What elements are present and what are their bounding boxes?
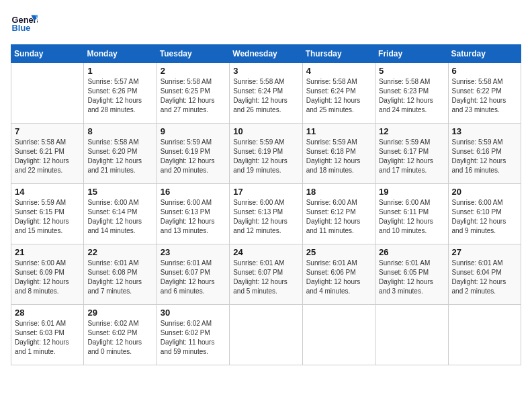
day-number: 27 xyxy=(452,247,517,257)
calendar-cell: 13Sunrise: 5:59 AMSunset: 6:16 PMDayligh… xyxy=(448,124,521,184)
calendar-cell: 16Sunrise: 6:00 AMSunset: 6:13 PMDayligh… xyxy=(157,184,229,244)
header-tuesday: Tuesday xyxy=(157,45,229,63)
calendar-cell: 10Sunrise: 5:59 AMSunset: 6:19 PMDayligh… xyxy=(230,124,302,184)
calendar-cell: 22Sunrise: 6:01 AMSunset: 6:08 PMDayligh… xyxy=(84,244,157,305)
header-sunday: Sunday xyxy=(11,45,84,63)
day-info: Sunrise: 6:01 AMSunset: 6:07 PMDaylight:… xyxy=(161,259,226,296)
day-number: 5 xyxy=(379,66,444,76)
day-info: Sunrise: 5:58 AMSunset: 6:20 PMDaylight:… xyxy=(87,138,152,175)
calendar-cell: 29Sunrise: 6:02 AMSunset: 6:02 PMDayligh… xyxy=(84,305,157,365)
day-number: 2 xyxy=(161,66,226,76)
calendar-header: SundayMondayTuesdayWednesdayThursdayFrid… xyxy=(11,45,521,63)
day-number: 24 xyxy=(233,247,298,257)
day-info: Sunrise: 6:01 AMSunset: 6:04 PMDaylight:… xyxy=(452,259,517,296)
calendar-cell: 17Sunrise: 6:00 AMSunset: 6:13 PMDayligh… xyxy=(230,184,302,244)
day-info: Sunrise: 6:01 AMSunset: 6:03 PMDaylight:… xyxy=(15,319,80,357)
day-info: Sunrise: 6:00 AMSunset: 6:14 PMDaylight:… xyxy=(87,198,152,236)
day-number: 9 xyxy=(161,126,226,136)
week-row-1: 1Sunrise: 5:57 AMSunset: 6:26 PMDaylight… xyxy=(11,63,521,124)
calendar-cell: 26Sunrise: 6:01 AMSunset: 6:05 PMDayligh… xyxy=(375,244,448,305)
day-info: Sunrise: 5:58 AMSunset: 6:25 PMDaylight:… xyxy=(161,77,226,115)
calendar-cell: 1Sunrise: 5:57 AMSunset: 6:26 PMDaylight… xyxy=(84,63,157,124)
calendar-body: 1Sunrise: 5:57 AMSunset: 6:26 PMDaylight… xyxy=(11,63,521,365)
calendar-cell: 25Sunrise: 6:01 AMSunset: 6:06 PMDayligh… xyxy=(302,244,375,305)
calendar-cell: 14Sunrise: 5:59 AMSunset: 6:15 PMDayligh… xyxy=(11,184,84,244)
day-number: 4 xyxy=(306,66,371,76)
calendar-cell: 18Sunrise: 6:00 AMSunset: 6:12 PMDayligh… xyxy=(302,184,375,244)
header-thursday: Thursday xyxy=(302,45,375,63)
day-number: 26 xyxy=(379,247,444,257)
day-number: 29 xyxy=(87,308,152,318)
calendar-cell xyxy=(302,305,375,365)
calendar-cell: 15Sunrise: 6:00 AMSunset: 6:14 PMDayligh… xyxy=(84,184,157,244)
calendar-cell: 27Sunrise: 6:01 AMSunset: 6:04 PMDayligh… xyxy=(448,244,521,305)
day-info: Sunrise: 6:01 AMSunset: 6:07 PMDaylight:… xyxy=(233,259,298,296)
day-info: Sunrise: 5:58 AMSunset: 6:21 PMDaylight:… xyxy=(15,138,80,175)
calendar-cell: 21Sunrise: 6:00 AMSunset: 6:09 PMDayligh… xyxy=(11,244,84,305)
calendar-cell: 19Sunrise: 6:00 AMSunset: 6:11 PMDayligh… xyxy=(375,184,448,244)
day-number: 17 xyxy=(233,187,298,197)
day-number: 20 xyxy=(452,187,517,197)
day-info: Sunrise: 5:58 AMSunset: 6:24 PMDaylight:… xyxy=(233,77,298,115)
day-number: 6 xyxy=(452,66,517,76)
calendar-cell: 28Sunrise: 6:01 AMSunset: 6:03 PMDayligh… xyxy=(11,305,84,365)
calendar-cell: 11Sunrise: 5:59 AMSunset: 6:18 PMDayligh… xyxy=(302,124,375,184)
calendar-cell xyxy=(230,305,302,365)
header-monday: Monday xyxy=(84,45,157,63)
day-info: Sunrise: 6:00 AMSunset: 6:09 PMDaylight:… xyxy=(15,259,80,296)
day-number: 25 xyxy=(306,247,371,257)
day-info: Sunrise: 6:01 AMSunset: 6:05 PMDaylight:… xyxy=(379,259,444,296)
day-number: 16 xyxy=(161,187,226,197)
day-info: Sunrise: 5:58 AMSunset: 6:23 PMDaylight:… xyxy=(379,77,444,115)
day-number: 11 xyxy=(306,126,371,136)
calendar-cell: 6Sunrise: 5:58 AMSunset: 6:22 PMDaylight… xyxy=(448,63,521,124)
calendar-cell xyxy=(375,305,448,365)
day-info: Sunrise: 6:00 AMSunset: 6:13 PMDaylight:… xyxy=(233,198,298,236)
day-number: 15 xyxy=(87,187,152,197)
day-info: Sunrise: 5:57 AMSunset: 6:26 PMDaylight:… xyxy=(87,77,152,115)
logo: General Blue xyxy=(11,11,42,38)
header-wednesday: Wednesday xyxy=(230,45,302,63)
day-number: 13 xyxy=(452,126,517,136)
week-row-5: 28Sunrise: 6:01 AMSunset: 6:03 PMDayligh… xyxy=(11,305,521,365)
day-info: Sunrise: 6:01 AMSunset: 6:08 PMDaylight:… xyxy=(87,259,152,296)
day-info: Sunrise: 5:59 AMSunset: 6:19 PMDaylight:… xyxy=(233,138,298,175)
day-number: 1 xyxy=(87,66,152,76)
day-info: Sunrise: 5:59 AMSunset: 6:18 PMDaylight:… xyxy=(306,138,371,175)
day-info: Sunrise: 6:00 AMSunset: 6:11 PMDaylight:… xyxy=(379,198,444,236)
day-info: Sunrise: 5:59 AMSunset: 6:15 PMDaylight:… xyxy=(15,198,80,236)
day-number: 18 xyxy=(306,187,371,197)
header-friday: Friday xyxy=(375,45,448,63)
calendar-cell: 20Sunrise: 6:00 AMSunset: 6:10 PMDayligh… xyxy=(448,184,521,244)
day-info: Sunrise: 6:01 AMSunset: 6:06 PMDaylight:… xyxy=(306,259,371,296)
day-number: 28 xyxy=(15,308,80,318)
calendar-cell: 30Sunrise: 6:02 AMSunset: 6:02 PMDayligh… xyxy=(157,305,229,365)
day-info: Sunrise: 5:58 AMSunset: 6:22 PMDaylight:… xyxy=(452,77,517,115)
week-row-4: 21Sunrise: 6:00 AMSunset: 6:09 PMDayligh… xyxy=(11,244,521,305)
calendar-cell: 24Sunrise: 6:01 AMSunset: 6:07 PMDayligh… xyxy=(230,244,302,305)
calendar-cell: 4Sunrise: 5:58 AMSunset: 6:24 PMDaylight… xyxy=(302,63,375,124)
day-info: Sunrise: 6:00 AMSunset: 6:10 PMDaylight:… xyxy=(452,198,517,236)
calendar-cell: 8Sunrise: 5:58 AMSunset: 6:20 PMDaylight… xyxy=(84,124,157,184)
header-row: SundayMondayTuesdayWednesdayThursdayFrid… xyxy=(11,45,521,63)
day-number: 12 xyxy=(379,126,444,136)
day-number: 23 xyxy=(161,247,226,257)
day-number: 19 xyxy=(379,187,444,197)
day-number: 22 xyxy=(87,247,152,257)
calendar-cell: 12Sunrise: 5:59 AMSunset: 6:17 PMDayligh… xyxy=(375,124,448,184)
day-number: 30 xyxy=(161,308,226,318)
day-info: Sunrise: 6:02 AMSunset: 6:02 PMDaylight:… xyxy=(161,319,226,357)
calendar-cell: 23Sunrise: 6:01 AMSunset: 6:07 PMDayligh… xyxy=(157,244,229,305)
calendar-cell xyxy=(448,305,521,365)
day-info: Sunrise: 5:59 AMSunset: 6:17 PMDaylight:… xyxy=(379,138,444,175)
day-info: Sunrise: 6:02 AMSunset: 6:02 PMDaylight:… xyxy=(87,319,152,357)
day-number: 14 xyxy=(15,187,80,197)
calendar-cell: 7Sunrise: 5:58 AMSunset: 6:21 PMDaylight… xyxy=(11,124,84,184)
day-number: 10 xyxy=(233,126,298,136)
calendar-table: SundayMondayTuesdayWednesdayThursdayFrid… xyxy=(11,44,521,365)
calendar-cell xyxy=(11,63,84,124)
calendar-cell: 9Sunrise: 5:59 AMSunset: 6:19 PMDaylight… xyxy=(157,124,229,184)
header-saturday: Saturday xyxy=(448,45,521,63)
day-info: Sunrise: 5:59 AMSunset: 6:16 PMDaylight:… xyxy=(452,138,517,175)
page-header: General Blue xyxy=(11,11,521,38)
